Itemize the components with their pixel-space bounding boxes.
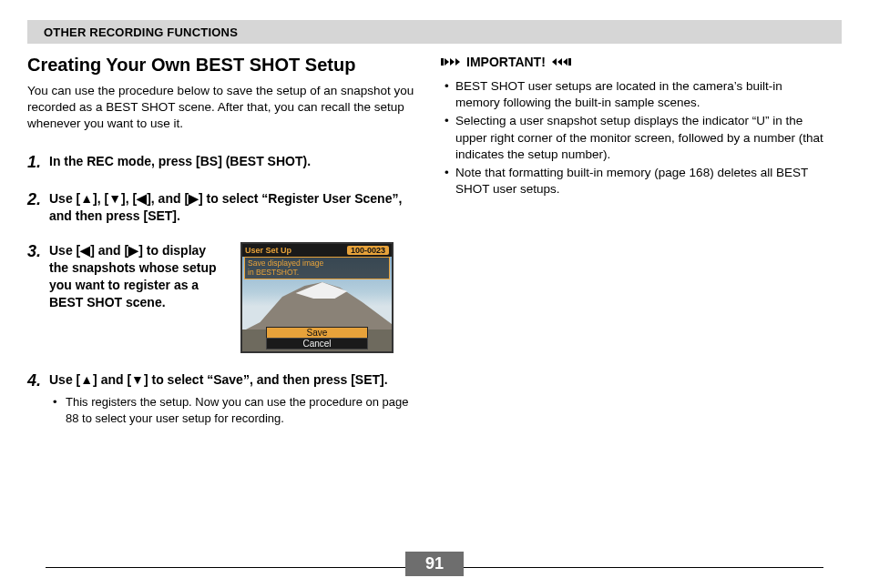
step-text: Use [◀] and [▶] to display the snapshots… bbox=[49, 242, 228, 311]
svg-marker-8 bbox=[557, 58, 562, 66]
important-item: • BEST SHOT user setups are located in t… bbox=[445, 78, 823, 111]
screenshot-counter: 100-0023 bbox=[347, 246, 389, 255]
bullet-dot: • bbox=[445, 165, 455, 198]
step-2: 2. Use [▲], [▼], [◀], and [▶] to select … bbox=[27, 190, 415, 225]
step-4: 4. Use [▲] and [▼] to select “Save”, and… bbox=[27, 371, 415, 426]
bullet-dot: • bbox=[445, 113, 455, 163]
screenshot-title: User Set Up bbox=[245, 246, 291, 255]
svg-marker-7 bbox=[563, 58, 567, 66]
step-sub-text: This registers the setup. Now you can us… bbox=[66, 394, 415, 426]
important-list: • BEST SHOT user setups are located in t… bbox=[441, 78, 823, 198]
important-label: IMPORTANT! bbox=[466, 55, 546, 69]
step-number: 4. bbox=[27, 371, 49, 426]
section-header: OTHER RECORDING FUNCTIONS bbox=[27, 20, 842, 44]
page-footer: 91 bbox=[46, 567, 823, 568]
step-text: In the REC mode, press [BS] (BEST SHOT). bbox=[49, 153, 415, 170]
important-text: Note that formatting built-in memory (pa… bbox=[455, 165, 823, 198]
screenshot-topbar: User Set Up 100-0023 bbox=[242, 244, 392, 257]
intro-text: You can use the procedure below to save … bbox=[27, 83, 415, 133]
step-text: Use [▲], [▼], [◀], and [▶] to select “Re… bbox=[49, 190, 415, 225]
step-1: 1. In the REC mode, press [BS] (BEST SHO… bbox=[27, 153, 415, 172]
step-3: 3. Use [◀] and [▶] to display the snapsh… bbox=[27, 242, 415, 353]
svg-marker-4 bbox=[450, 58, 455, 66]
step-number: 3. bbox=[27, 242, 49, 353]
important-text: Selecting a user snapshot setup displays… bbox=[455, 113, 823, 163]
screenshot-message: Save displayed image in BESTSHOT. bbox=[244, 257, 390, 279]
bullet-dot: • bbox=[445, 78, 455, 111]
important-header: IMPORTANT! bbox=[441, 55, 823, 69]
right-column: IMPORTANT! • BEST SHOT user setups are l… bbox=[441, 55, 823, 444]
screenshot-msg-line2: in BESTSHOT. bbox=[248, 268, 299, 277]
svg-marker-3 bbox=[445, 58, 449, 66]
important-item: • Selecting a user snapshot setup displa… bbox=[445, 113, 823, 163]
camera-screenshot: User Set Up 100-0023 Save displayed imag… bbox=[240, 242, 394, 353]
step-sub-bullet: • This registers the setup. Now you can … bbox=[49, 394, 415, 426]
svg-marker-5 bbox=[455, 58, 460, 66]
left-column: Creating Your Own BEST SHOT Setup You ca… bbox=[27, 55, 415, 444]
important-text: BEST SHOT user setups are located in the… bbox=[455, 78, 823, 111]
screenshot-mountain bbox=[242, 279, 392, 331]
svg-rect-2 bbox=[441, 58, 444, 66]
important-icon-right bbox=[551, 56, 571, 67]
step-number: 2. bbox=[27, 190, 49, 225]
page-title: Creating Your Own BEST SHOT Setup bbox=[27, 55, 415, 76]
screenshot-cancel-option: Cancel bbox=[266, 338, 368, 350]
bullet-dot: • bbox=[53, 394, 66, 426]
svg-marker-9 bbox=[552, 58, 557, 66]
important-icon-left bbox=[441, 56, 461, 67]
important-item: • Note that formatting built-in memory (… bbox=[445, 165, 823, 198]
steps-list: 1. In the REC mode, press [BS] (BEST SHO… bbox=[27, 153, 415, 427]
footer-line: 91 bbox=[46, 567, 823, 568]
step-text: Use [▲] and [▼] to select “Save”, and th… bbox=[49, 371, 415, 389]
svg-rect-6 bbox=[568, 58, 571, 66]
page-number: 91 bbox=[405, 552, 464, 576]
step-number: 1. bbox=[27, 153, 49, 172]
